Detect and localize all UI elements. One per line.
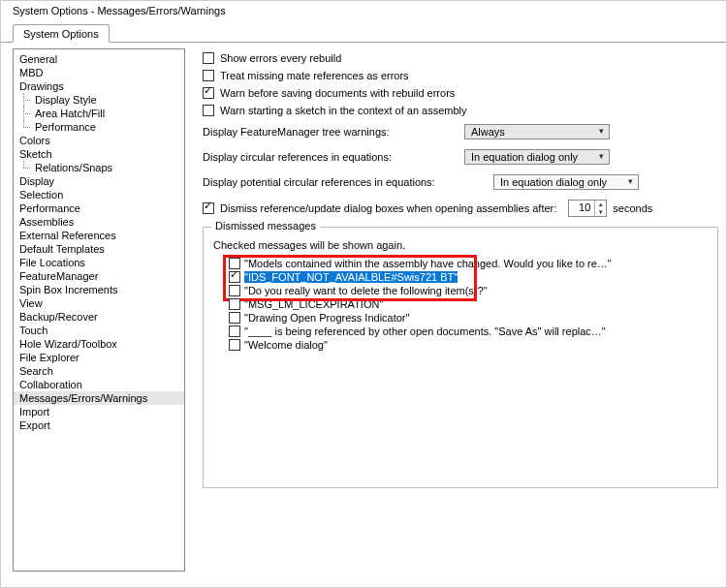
checkbox[interactable] [229, 298, 240, 310]
option-label: Warn before saving documents with rebuil… [220, 87, 455, 99]
opt-pot-circ-refs: Display potential circular references in… [203, 174, 718, 190]
sidebar-item-touch[interactable]: Touch [14, 324, 184, 337]
dismissed-message-item[interactable]: "IDS_FONT_NOT_AVAIALBLE#Swis721 BT" [229, 270, 708, 284]
sidebar-item-relations-snaps[interactable]: Relations/Snaps [14, 161, 184, 174]
opt-fm-warnings: Display FeatureManager tree warnings: Al… [203, 124, 718, 139]
message-label: "Do you really want to delete the follow… [244, 285, 488, 296]
sidebar-item-view[interactable]: View [14, 296, 184, 310]
checkbox[interactable] [203, 87, 214, 99]
sidebar-item-assemblies[interactable]: Assemblies [14, 215, 184, 229]
fm-warnings-select[interactable]: Always [464, 124, 610, 139]
option-label: Dismiss reference/update dialog boxes wh… [220, 202, 556, 214]
checkbox[interactable] [203, 52, 214, 64]
opt-circ-refs: Display circular references in equations… [203, 149, 718, 165]
message-label: "Welcome dialog" [244, 339, 328, 351]
sidebar-item-display[interactable]: Display [14, 174, 184, 188]
option-label: Display FeatureManager tree warnings: [203, 126, 464, 138]
sidebar-item-general[interactable]: General [14, 52, 184, 66]
sidebar-item-file-locations[interactable]: File Locations [14, 256, 184, 269]
option-label: Display potential circular references in… [203, 176, 493, 188]
category-tree[interactable]: GeneralMBDDrawingsDisplay StyleArea Hatc… [13, 48, 185, 572]
tab-system-options[interactable]: System Options [13, 24, 110, 43]
checkbox[interactable] [229, 285, 240, 296]
opt-warn-save[interactable]: Warn before saving documents with rebuil… [203, 87, 718, 99]
option-label: Show errors every rebuild [220, 52, 341, 64]
sidebar-item-collaboration[interactable]: Collaboration [14, 378, 184, 391]
checkbox[interactable] [229, 271, 240, 283]
group-title: Dismissed messages [211, 220, 320, 232]
dismissed-message-item[interactable]: "Do you really want to delete the follow… [229, 284, 708, 297]
message-label: "IDS_FONT_NOT_AVAIALBLE#Swis721 BT" [244, 271, 458, 283]
tab-bar: System Options [13, 24, 726, 43]
sidebar-item-export[interactable]: Export [14, 418, 184, 432]
sidebar-item-colors[interactable]: Colors [14, 134, 184, 147]
pot-circ-refs-select[interactable]: In equation dialog only [493, 174, 639, 190]
main-panel: Show errors every rebuild Treat missing … [185, 43, 726, 573]
message-label: "Drawing Open Progress Indicator" [244, 312, 409, 324]
checkbox[interactable] [229, 325, 240, 337]
sidebar-item-mbd[interactable]: MBD [14, 66, 184, 79]
dismissed-messages-group: Dismissed messages Checked messages will… [203, 227, 718, 488]
sidebar-item-import[interactable]: Import [14, 405, 184, 418]
sidebar-item-selection[interactable]: Selection [14, 188, 184, 201]
opt-warn-sketch[interactable]: Warn starting a sketch in the context of… [203, 105, 718, 116]
options-dialog: System Options - Messages/Errors/Warning… [0, 0, 727, 588]
checkbox[interactable] [203, 105, 214, 116]
circ-refs-select[interactable]: In equation dialog only [464, 149, 610, 165]
sidebar-item-backup-recover[interactable]: Backup/Recover [14, 310, 184, 324]
sidebar-item-area-hatch-fill[interactable]: Area Hatch/Fill [14, 107, 184, 120]
tab-divider [1, 42, 726, 43]
checkbox[interactable] [203, 70, 214, 81]
unit-label: seconds [613, 202, 652, 214]
sidebar-item-default-templates[interactable]: Default Templates [14, 242, 184, 256]
dismissed-message-item[interactable]: "Drawing Open Progress Indicator" [229, 311, 708, 325]
checkbox[interactable] [229, 339, 240, 351]
opt-treat-missing[interactable]: Treat missing mate references as errors [203, 70, 718, 81]
sidebar-item-external-references[interactable]: External References [14, 229, 184, 242]
message-label: "Models contained within the assembly ha… [244, 258, 612, 269]
sidebar-item-drawings[interactable]: Drawings [14, 79, 184, 93]
dismiss-seconds-spinner[interactable]: 10 ▲▼ [568, 200, 607, 217]
dismissed-message-item[interactable]: "Models contained within the assembly ha… [229, 257, 708, 270]
spinner-value[interactable]: 10 [569, 201, 594, 216]
dismissed-message-item[interactable]: "Welcome dialog" [229, 338, 708, 352]
sidebar-item-hole-wizard-toolbox[interactable]: Hole Wizard/Toolbox [14, 337, 184, 351]
sidebar-item-search[interactable]: Search [14, 364, 184, 378]
sidebar-item-spin-box-increments[interactable]: Spin Box Increments [14, 283, 184, 296]
sidebar-item-file-explorer[interactable]: File Explorer [14, 351, 184, 364]
dismissed-message-item[interactable]: "MSG_LM_LICEXPIRATION" [229, 297, 708, 311]
sidebar-item-sketch[interactable]: Sketch [14, 147, 184, 161]
sidebar-item-messages-errors-warnings[interactable]: Messages/Errors/Warnings [14, 391, 184, 405]
opt-dismiss-ref: Dismiss reference/update dialog boxes wh… [203, 200, 718, 217]
option-label: Display circular references in equations… [203, 151, 464, 163]
opt-show-errors[interactable]: Show errors every rebuild [203, 52, 718, 64]
dialog-title: System Options - Messages/Errors/Warning… [1, 1, 726, 22]
message-label: "____ is being referenced by other open … [244, 325, 606, 337]
checkbox[interactable] [203, 202, 214, 214]
group-hint: Checked messages will be shown again. [213, 239, 708, 251]
message-label: "MSG_LM_LICEXPIRATION" [244, 298, 383, 310]
option-label: Treat missing mate references as errors [220, 70, 409, 81]
option-label: Warn starting a sketch in the context of… [220, 105, 467, 116]
dismissed-messages-list[interactable]: "Models contained within the assembly ha… [229, 257, 708, 352]
sidebar-item-display-style[interactable]: Display Style [14, 93, 184, 107]
checkbox[interactable] [229, 312, 240, 324]
spinner-buttons[interactable]: ▲▼ [594, 201, 606, 216]
sidebar-item-performance[interactable]: Performance [14, 120, 184, 134]
sidebar-item-performance[interactable]: Performance [14, 201, 184, 215]
sidebar-item-featuremanager[interactable]: FeatureManager [14, 269, 184, 283]
dismissed-message-item[interactable]: "____ is being referenced by other open … [229, 325, 708, 338]
